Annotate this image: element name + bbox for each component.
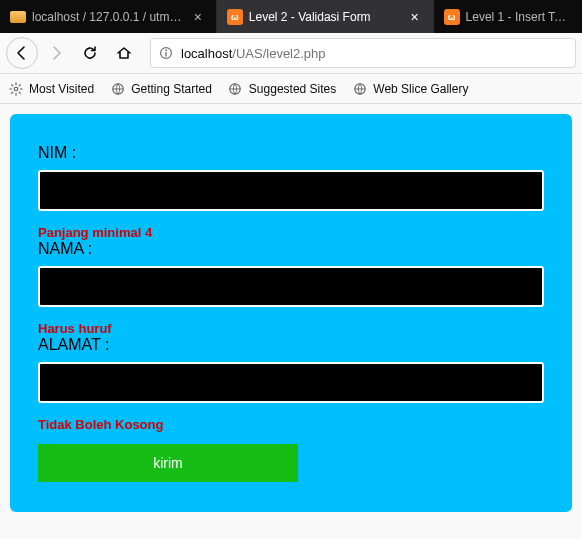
- home-button[interactable]: [108, 37, 140, 69]
- favicon-xampp-icon: ω: [444, 9, 460, 25]
- nim-error: Panjang minimal 4: [38, 225, 544, 240]
- tab-close-icon[interactable]: ×: [407, 9, 423, 25]
- tab-title: localhost / 127.0.0.1 / utm / ma: [32, 10, 184, 24]
- browser-tab[interactable]: localhost / 127.0.0.1 / utm / ma ×: [0, 0, 217, 33]
- svg-point-3: [14, 87, 18, 91]
- bookmark-label: Suggested Sites: [249, 82, 336, 96]
- forward-button[interactable]: [40, 37, 72, 69]
- alamat-label: ALAMAT :: [38, 336, 544, 354]
- alamat-input[interactable]: [38, 362, 544, 403]
- bookmark-label: Most Visited: [29, 82, 94, 96]
- favicon-xampp-icon: ω: [227, 9, 243, 25]
- svg-point-1: [165, 50, 167, 52]
- form-card: NIM : Panjang minimal 4 NAMA : Harus hur…: [10, 114, 572, 512]
- home-icon: [116, 45, 132, 61]
- gear-icon: [8, 81, 23, 96]
- bookmark-label: Web Slice Gallery: [373, 82, 468, 96]
- reload-button[interactable]: [74, 37, 106, 69]
- bookmarks-bar: Most Visited Getting Started Suggested S…: [0, 74, 582, 104]
- page-content: NIM : Panjang minimal 4 NAMA : Harus hur…: [0, 104, 582, 522]
- tab-title: Level 2 - Validasi Form: [249, 10, 401, 24]
- arrow-right-icon: [48, 45, 64, 61]
- browser-navbar: localhost/UAS/level2.php: [0, 33, 582, 74]
- bookmark-getting-started[interactable]: Getting Started: [110, 81, 212, 96]
- arrow-left-icon: [14, 45, 30, 61]
- bookmark-label: Getting Started: [131, 82, 212, 96]
- globe-icon: [352, 81, 367, 96]
- reload-icon: [82, 45, 98, 61]
- url-bar[interactable]: localhost/UAS/level2.php: [150, 38, 576, 68]
- tab-close-icon[interactable]: ×: [190, 9, 206, 25]
- nama-error: Harus huruf: [38, 321, 544, 336]
- favicon-phpmyadmin-icon: [10, 9, 26, 25]
- browser-tab[interactable]: ω Level 1 - Insert Tabe: [434, 0, 582, 33]
- url-text: localhost/UAS/level2.php: [181, 46, 326, 61]
- bookmark-suggested-sites[interactable]: Suggested Sites: [228, 81, 336, 96]
- browser-tab[interactable]: ω Level 2 - Validasi Form ×: [217, 0, 434, 33]
- alamat-error: Tidak Boleh Kosong: [38, 417, 544, 432]
- browser-tab-strip: localhost / 127.0.0.1 / utm / ma × ω Lev…: [0, 0, 582, 33]
- nim-label: NIM :: [38, 144, 544, 162]
- globe-icon: [228, 81, 243, 96]
- globe-icon: [110, 81, 125, 96]
- nim-input[interactable]: [38, 170, 544, 211]
- back-button[interactable]: [6, 37, 38, 69]
- submit-button[interactable]: kirim: [38, 444, 298, 482]
- info-icon: [159, 46, 173, 60]
- tab-title: Level 1 - Insert Tabe: [466, 10, 572, 24]
- bookmark-web-slice-gallery[interactable]: Web Slice Gallery: [352, 81, 468, 96]
- svg-rect-2: [165, 52, 166, 56]
- nama-input[interactable]: [38, 266, 544, 307]
- bookmark-most-visited[interactable]: Most Visited: [8, 81, 94, 96]
- nama-label: NAMA :: [38, 240, 544, 258]
